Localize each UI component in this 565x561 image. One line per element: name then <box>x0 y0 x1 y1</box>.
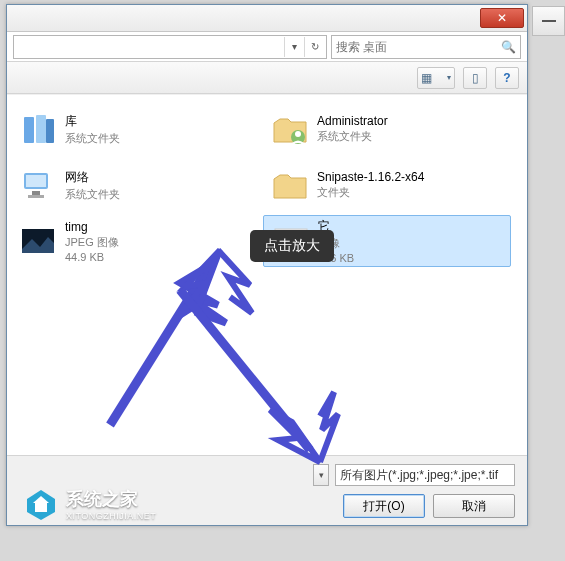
file-sub: 系统文件夹 <box>65 131 120 146</box>
address-dropdown[interactable]: ▾ <box>284 37 304 57</box>
open-file-dialog: ✕ ▾ ↻ 🔍 ▦ ▾ ▯ ? 库 系统文件 <box>6 4 528 526</box>
address-row: ▾ ↻ 🔍 <box>7 32 527 62</box>
file-name: timg <box>65 220 119 234</box>
bottom-bar: ▾ 所有图片(*.jpg;*.jpeg;*.jpe;*.tif 打开(O) 取消 <box>7 455 527 525</box>
chevron-down-icon: ▾ <box>292 41 297 52</box>
svg-rect-4 <box>26 175 46 187</box>
chevron-down-icon: ▾ <box>447 73 451 82</box>
svg-rect-1 <box>36 115 46 143</box>
libraries-icon <box>17 108 59 150</box>
svg-rect-2 <box>46 119 54 143</box>
file-item-libraries[interactable]: 库 系统文件夹 <box>11 103 259 155</box>
user-folder-icon <box>269 108 311 150</box>
file-sub: 系统文件夹 <box>65 187 120 202</box>
file-item-timg[interactable]: timg JPEG 图像 44.9 KB <box>11 215 259 267</box>
preview-pane-button[interactable]: ▯ <box>463 67 487 89</box>
svg-rect-5 <box>32 191 40 195</box>
search-box[interactable]: 🔍 <box>331 35 521 59</box>
minimize-icon <box>542 20 556 22</box>
svg-rect-0 <box>24 117 34 143</box>
file-item-selected[interactable]: 它 图像 106 KB <box>263 215 511 267</box>
filename-row: ▾ 所有图片(*.jpg;*.jpeg;*.jpe;*.tif <box>19 464 515 486</box>
image-thumb-icon <box>17 220 59 262</box>
view-mode-button[interactable]: ▦ ▾ <box>417 67 455 89</box>
svg-rect-14 <box>279 243 303 246</box>
file-name: 库 <box>65 113 120 130</box>
filetype-label: 所有图片(*.jpg;*.jpeg;*.jpe;*.tif <box>340 467 498 484</box>
panel-icon: ▯ <box>472 71 479 85</box>
svg-rect-13 <box>291 233 303 237</box>
svg-point-10 <box>295 131 301 137</box>
help-icon: ? <box>503 71 510 85</box>
refresh-icon: ↻ <box>311 41 319 52</box>
close-icon: ✕ <box>497 11 507 25</box>
file-sub: 文件夹 <box>317 185 424 200</box>
network-icon <box>17 164 59 206</box>
file-list: 库 系统文件夹 网络 系统文件夹 timg JPEG 图像 44.9 KB <box>7 94 527 454</box>
dialog-buttons: 打开(O) 取消 <box>19 494 515 518</box>
file-name: 它 <box>318 218 354 235</box>
file-item-snipaste[interactable]: Snipaste-1.16.2-x64 文件夹 <box>263 159 511 211</box>
file-type: JPEG 图像 <box>65 235 119 250</box>
file-name: Administrator <box>317 114 388 128</box>
background-window-fragment <box>532 6 565 36</box>
toolbar: ▦ ▾ ▯ ? <box>7 62 527 94</box>
search-input[interactable] <box>336 40 500 54</box>
folder-icon <box>269 164 311 206</box>
svg-rect-12 <box>279 233 289 240</box>
image-thumb-icon <box>270 220 312 262</box>
filename-combo-dropdown[interactable]: ▾ <box>313 464 329 486</box>
svg-rect-6 <box>28 195 44 198</box>
search-icon[interactable]: 🔍 <box>500 39 516 55</box>
titlebar: ✕ <box>7 5 527 32</box>
file-item-network[interactable]: 网络 系统文件夹 <box>11 159 259 211</box>
file-name: 网络 <box>65 169 120 186</box>
open-button[interactable]: 打开(O) <box>343 494 425 518</box>
svg-rect-11 <box>275 229 307 253</box>
file-name: Snipaste-1.16.2-x64 <box>317 170 424 184</box>
help-button[interactable]: ? <box>495 67 519 89</box>
file-item-administrator[interactable]: Administrator 系统文件夹 <box>263 103 511 155</box>
address-bar[interactable]: ▾ ↻ <box>13 35 327 59</box>
file-size: 44.9 KB <box>65 251 119 263</box>
close-button[interactable]: ✕ <box>480 8 524 28</box>
grid-icon: ▦ <box>421 71 432 85</box>
file-sub: 系统文件夹 <box>317 129 388 144</box>
file-size: 106 KB <box>318 252 354 264</box>
file-type: 图像 <box>318 236 354 251</box>
filetype-dropdown[interactable]: 所有图片(*.jpg;*.jpeg;*.jpe;*.tif <box>335 464 515 486</box>
cancel-button[interactable]: 取消 <box>433 494 515 518</box>
refresh-button[interactable]: ↻ <box>304 37 324 57</box>
